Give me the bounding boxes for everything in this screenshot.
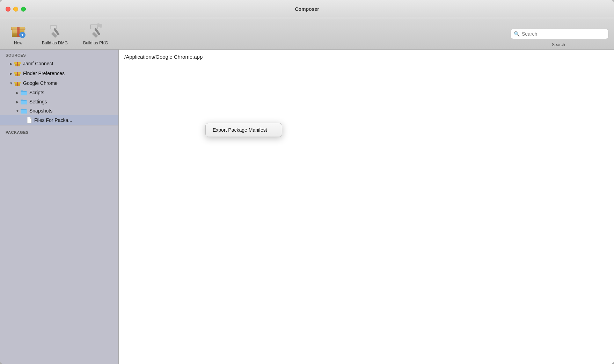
svg-rect-5 <box>13 29 17 33</box>
content-body <box>119 64 614 364</box>
search-label: Search <box>552 42 565 47</box>
search-icon: 🔍 <box>514 31 520 37</box>
sidebar-item-jamf-connect[interactable]: Jamf Connect <box>0 59 118 68</box>
build-pkg-label: Build as PKG <box>83 41 108 45</box>
content-area: /Applications/Google Chrome.app Export P… <box>119 50 614 364</box>
sidebar-label-finder-prefs: Finder Preferences <box>23 71 65 76</box>
search-input[interactable] <box>522 31 605 37</box>
new-button[interactable]: New <box>6 20 31 48</box>
context-menu: Export Package Manifest <box>205 123 282 137</box>
svg-rect-8 <box>22 34 23 36</box>
svg-line-12 <box>55 29 58 34</box>
build-pkg-icon <box>87 22 104 39</box>
folder-icon-snapshots <box>20 108 27 114</box>
build-pkg-button[interactable]: Build as PKG <box>79 20 112 48</box>
sidebar-item-files-for-package[interactable]: Files For Packa... <box>0 115 118 125</box>
build-dmg-button[interactable]: Build as DMG <box>38 20 72 48</box>
build-dmg-icon <box>46 22 63 39</box>
packages-header: PACKAGES <box>0 127 118 136</box>
sidebar-label-scripts: Scripts <box>29 90 44 95</box>
maximize-button[interactable] <box>21 7 26 12</box>
build-dmg-label: Build as DMG <box>42 41 68 45</box>
disclosure-jamf-connect[interactable] <box>8 61 14 66</box>
sidebar-item-scripts[interactable]: Scripts <box>0 88 118 97</box>
search-box: 🔍 <box>511 29 608 39</box>
sidebar-label-chrome: Google Chrome <box>23 80 58 86</box>
close-button[interactable] <box>6 7 10 12</box>
disclosure-settings[interactable] <box>15 99 20 104</box>
sidebar: SOURCES Jamf Connect Finder <box>0 50 119 364</box>
sidebar-label-jamf-connect: Jamf Connect <box>23 61 53 66</box>
disclosure-snapshots[interactable] <box>15 108 20 114</box>
new-icon <box>10 22 27 39</box>
disclosure-finder-prefs[interactable] <box>8 71 14 76</box>
file-icon-files <box>27 117 32 124</box>
package-icon-finder <box>14 70 21 77</box>
sidebar-item-snapshots[interactable]: Snapshots <box>0 106 118 115</box>
toolbar: New Build as DMG Build as PKG <box>0 18 614 50</box>
disclosure-chrome[interactable] <box>8 80 14 86</box>
folder-icon-scripts <box>20 89 27 96</box>
package-icon-chrome <box>14 80 21 87</box>
sidebar-label-files: Files For Packa... <box>34 117 72 123</box>
context-menu-item-export[interactable]: Export Package Manifest <box>206 125 282 135</box>
sidebar-label-settings: Settings <box>29 99 47 104</box>
svg-rect-26 <box>17 82 18 86</box>
sidebar-item-google-chrome[interactable]: Google Chrome <box>0 78 118 88</box>
main-window: Composer <box>0 0 614 364</box>
main-area: SOURCES Jamf Connect Finder <box>0 50 614 364</box>
svg-line-16 <box>96 29 99 34</box>
window-controls <box>6 7 26 12</box>
titlebar: Composer <box>0 0 614 18</box>
sidebar-label-snapshots: Snapshots <box>29 108 52 114</box>
sidebar-item-finder-preferences[interactable]: Finder Preferences <box>0 68 118 78</box>
svg-rect-20 <box>17 62 18 66</box>
svg-rect-11 <box>51 26 56 29</box>
minimize-button[interactable] <box>13 7 18 12</box>
new-label: New <box>14 41 22 45</box>
content-path: /Applications/Google Chrome.app <box>119 50 614 64</box>
svg-rect-23 <box>17 72 18 76</box>
package-icon-jamf <box>14 60 21 67</box>
sources-header: SOURCES <box>0 50 118 59</box>
packages-section: PACKAGES <box>0 125 118 136</box>
disclosure-scripts[interactable] <box>15 90 20 95</box>
sidebar-item-settings[interactable]: Settings <box>0 97 118 106</box>
svg-rect-15 <box>91 25 97 29</box>
window-title: Composer <box>295 6 319 12</box>
folder-icon-settings <box>20 99 27 105</box>
